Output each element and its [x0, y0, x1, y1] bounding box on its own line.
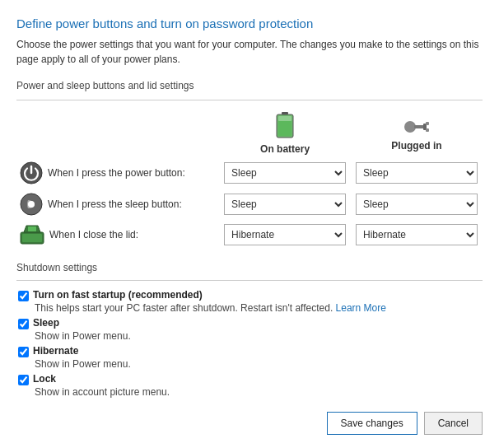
shutdown-settings: Turn on fast startup (recommended)This h… [16, 289, 483, 398]
checkbox-text-lock: Lock [33, 373, 56, 385]
checkbox-text-fast-startup: Turn on fast startup (recommended) [33, 289, 203, 301]
svg-rect-7 [426, 122, 429, 125]
label-text-sleep-button: When I press the sleep button: [48, 198, 182, 210]
settings-row-power-button: When I press the power button: Do nothin… [16, 158, 483, 189]
battery-select-lid[interactable]: Do nothingSleepHibernateShut downTurn of… [224, 224, 346, 245]
plugged-select-power-button[interactable]: Do nothingSleepHibernateShut downTurn of… [356, 162, 478, 184]
battery-select-sleep-button[interactable]: Do nothingSleepHibernateShut downTurn of… [224, 194, 346, 215]
row-label-sleep-button: When I press the sleep button: [16, 189, 219, 221]
section2-divider [16, 280, 483, 281]
svg-rect-13 [22, 234, 42, 242]
plug-icon [403, 115, 430, 138]
checkbox-item-hibernate: HibernateShow in Power menu. [16, 345, 483, 370]
checkbox-input-fast-startup[interactable] [18, 291, 29, 301]
checkbox-label-hibernate[interactable]: Hibernate [18, 345, 483, 357]
section1-label: Power and sleep buttons and lid settings [16, 80, 483, 91]
checkbox-input-hibernate[interactable] [18, 347, 29, 357]
checkbox-sub-sleep: Show in Power menu. [18, 330, 483, 342]
svg-point-11 [28, 201, 35, 208]
power-icon [20, 161, 43, 184]
row-label-lid: When I close the lid: [16, 221, 219, 250]
page-description: Choose the power settings that you want … [16, 37, 483, 67]
plugged-select-cell-lid: Do nothingSleepHibernateShut downTurn of… [351, 221, 483, 250]
checkbox-sub-fast-startup: This helps start your PC faster after sh… [18, 302, 483, 314]
checkbox-input-lock[interactable] [18, 375, 29, 385]
sleep-icon [20, 193, 43, 216]
battery-select-cell-lid: Do nothingSleepHibernateShut downTurn of… [219, 221, 351, 250]
settings-row-sleep-button: When I press the sleep button: Do nothin… [16, 189, 483, 221]
svg-rect-3 [278, 116, 291, 121]
checkbox-label-lock[interactable]: Lock [18, 373, 483, 385]
checkbox-label-sleep[interactable]: Sleep [18, 317, 483, 329]
svg-rect-14 [28, 226, 36, 231]
plugged-label: Plugged in [391, 140, 441, 152]
settings-row-lid: When I close the lid: Do nothingSleepHib… [16, 221, 483, 250]
plugged-select-sleep-button[interactable]: Do nothingSleepHibernateShut downTurn of… [356, 194, 478, 215]
settings-table: On battery Plugged in [16, 109, 483, 250]
cancel-button[interactable]: Cancel [424, 412, 483, 435]
svg-rect-5 [414, 125, 424, 128]
plugged-select-cell-sleep-button: Do nothingSleepHibernateShut downTurn of… [351, 189, 483, 221]
battery-select-power-button[interactable]: Do nothingSleepHibernateShut downTurn of… [224, 162, 346, 184]
lid-icon [20, 224, 44, 245]
battery-header: On battery [219, 109, 351, 158]
section2-label: Shutdown settings [16, 262, 483, 273]
checkbox-item-lock: LockShow in account picture menu. [16, 373, 483, 398]
plugged-select-cell-power-button: Do nothingSleepHibernateShut downTurn of… [351, 158, 483, 189]
section1-divider [16, 100, 483, 100]
battery-select-cell-sleep-button: Do nothingSleepHibernateShut downTurn of… [219, 189, 351, 221]
label-text-lid: When I close the lid: [49, 229, 138, 240]
label-text-power-button: When I press the power button: [48, 167, 185, 179]
svg-point-4 [404, 121, 416, 133]
plugged-select-lid[interactable]: Do nothingSleepHibernateShut downTurn of… [356, 224, 478, 245]
svg-rect-8 [426, 128, 429, 132]
page-title: Define power buttons and turn on passwor… [16, 16, 483, 30]
battery-select-cell-power-button: Do nothingSleepHibernateShut downTurn of… [219, 158, 351, 189]
battery-icon [276, 112, 294, 142]
battery-label: On battery [260, 143, 310, 155]
row-label-power-button: When I press the power button: [16, 158, 219, 189]
save-button[interactable]: Save changes [327, 412, 417, 435]
checkbox-item-sleep: SleepShow in Power menu. [16, 317, 483, 342]
checkbox-label-fast-startup[interactable]: Turn on fast startup (recommended) [18, 289, 483, 301]
checkbox-text-hibernate: Hibernate [33, 345, 78, 357]
learn-more-link-fast-startup[interactable]: Learn More [336, 302, 386, 314]
bottom-bar: Save changes Cancel [327, 412, 483, 435]
checkbox-item-fast-startup: Turn on fast startup (recommended)This h… [16, 289, 483, 314]
checkbox-sub-lock: Show in account picture menu. [18, 386, 483, 398]
plugged-header: Plugged in [351, 109, 483, 158]
checkbox-text-sleep: Sleep [33, 317, 59, 329]
checkbox-input-sleep[interactable] [18, 319, 29, 329]
checkbox-sub-hibernate: Show in Power menu. [18, 358, 483, 370]
